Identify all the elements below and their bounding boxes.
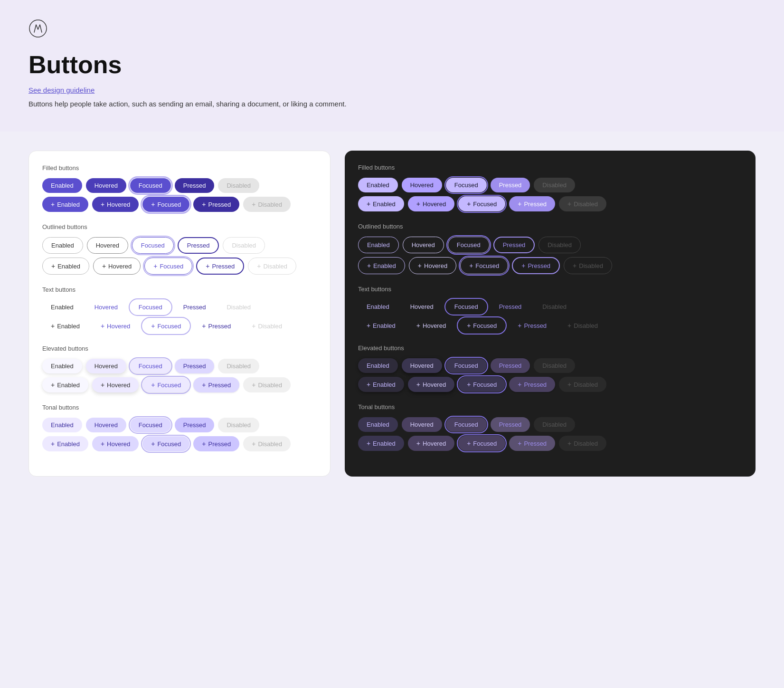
dark-tonal-icon-disabled-btn: + Disabled xyxy=(559,436,606,451)
plus-icon: + xyxy=(518,322,521,329)
light-filled-enabled-btn[interactable]: Enabled xyxy=(42,178,82,193)
dark-text-title: Text buttons xyxy=(358,286,742,293)
plus-icon: + xyxy=(202,381,206,389)
light-filled-icon-enabled-btn[interactable]: + Enabled xyxy=(42,197,88,212)
light-text-focused-btn[interactable]: Focused xyxy=(130,300,171,315)
light-text-icon-enabled-btn[interactable]: + Enabled xyxy=(42,318,88,334)
light-filled-icon-pressed-btn[interactable]: + Pressed xyxy=(193,197,239,212)
light-tonal-title: Tonal buttons xyxy=(42,404,317,411)
logo-icon xyxy=(28,19,47,38)
light-tonal-icon-enabled-btn[interactable]: + Enabled xyxy=(42,436,88,451)
light-tonal-icon-hovered-btn[interactable]: + Hovered xyxy=(92,436,139,451)
dark-outlined-enabled-btn[interactable]: Enabled xyxy=(358,237,399,253)
dark-outlined-hovered-btn[interactable]: Hovered xyxy=(403,237,444,253)
light-tonal-focused-btn[interactable]: Focused xyxy=(130,418,171,432)
light-text-icon-focused-btn[interactable]: + Focused xyxy=(142,318,189,334)
dark-tonal-icon-pressed-btn[interactable]: + Pressed xyxy=(509,436,555,451)
light-elevated-icon-enabled-btn[interactable]: + Enabled xyxy=(42,377,88,392)
light-outlined-icon-hovered-btn[interactable]: + Hovered xyxy=(93,258,141,275)
dark-elevated-group: Elevated buttons Enabled Hovered Focused… xyxy=(358,344,742,392)
light-outlined-enabled-btn[interactable]: Enabled xyxy=(42,237,83,254)
dark-text-icon-focused-btn[interactable]: + Focused xyxy=(458,318,505,333)
light-filled-pressed-btn[interactable]: Pressed xyxy=(175,178,215,193)
dark-elevated-icon-focused-btn[interactable]: + Focused xyxy=(458,377,505,392)
dark-elevated-row1: Enabled Hovered Focused Pressed Disabled xyxy=(358,358,742,373)
dark-outlined-focused-btn[interactable]: Focused xyxy=(448,237,490,253)
light-outlined-icon-focused-btn[interactable]: + Focused xyxy=(144,258,192,275)
light-outlined-pressed-btn[interactable]: Pressed xyxy=(178,237,219,254)
dark-elevated-icon-pressed-btn[interactable]: + Pressed xyxy=(509,377,555,392)
dark-elevated-pressed-btn[interactable]: Pressed xyxy=(491,358,530,373)
dark-outlined-pressed-btn[interactable]: Pressed xyxy=(493,237,535,253)
light-text-hovered-btn[interactable]: Hovered xyxy=(86,300,126,315)
light-text-icon-hovered-btn[interactable]: + Hovered xyxy=(92,318,139,334)
light-elevated-icon-focused-btn[interactable]: + Focused xyxy=(142,377,189,392)
dark-outlined-icon-enabled-btn[interactable]: + Enabled xyxy=(358,257,405,274)
light-outlined-icon-pressed-btn[interactable]: + Pressed xyxy=(196,258,244,275)
light-text-pressed-btn[interactable]: Pressed xyxy=(175,300,215,315)
light-tonal-hovered-btn[interactable]: Hovered xyxy=(86,418,126,432)
light-tonal-enabled-btn[interactable]: Enabled xyxy=(42,418,82,432)
dark-text-icon-pressed-btn[interactable]: + Pressed xyxy=(509,318,555,333)
dark-text-icon-hovered-btn[interactable]: + Hovered xyxy=(408,318,454,333)
dark-text-focused-btn[interactable]: Focused xyxy=(446,299,487,314)
light-filled-icon-hovered-btn[interactable]: + Hovered xyxy=(92,197,139,212)
dark-tonal-icon-focused-btn[interactable]: + Focused xyxy=(458,436,505,451)
dark-filled-icon-hovered-btn[interactable]: + Hovered xyxy=(408,196,454,211)
light-text-disabled-btn: Disabled xyxy=(218,300,259,315)
dark-text-enabled-btn[interactable]: Enabled xyxy=(358,299,398,314)
light-elevated-hovered-btn[interactable]: Hovered xyxy=(86,359,126,373)
dark-elevated-disabled-btn: Disabled xyxy=(534,358,575,373)
light-filled-hovered-btn[interactable]: Hovered xyxy=(86,178,126,193)
light-elevated-enabled-btn[interactable]: Enabled xyxy=(42,359,82,373)
dark-tonal-pressed-btn[interactable]: Pressed xyxy=(491,417,530,432)
dark-text-icon-enabled-btn[interactable]: + Enabled xyxy=(358,318,404,333)
dark-elevated-icon-enabled-btn[interactable]: + Enabled xyxy=(358,377,404,392)
dark-elevated-icon-hovered-btn[interactable]: + Hovered xyxy=(408,377,454,392)
light-outlined-hovered-btn[interactable]: Hovered xyxy=(87,237,128,254)
dark-elevated-focused-btn[interactable]: Focused xyxy=(446,358,487,373)
dark-tonal-enabled-btn[interactable]: Enabled xyxy=(358,417,398,432)
light-filled-disabled-btn: Disabled xyxy=(218,178,259,193)
light-outlined-focused-btn[interactable]: Focused xyxy=(132,237,174,254)
dark-elevated-hovered-btn[interactable]: Hovered xyxy=(402,358,442,373)
header-section: Buttons See design guideline Buttons hel… xyxy=(0,0,784,132)
light-elevated-focused-btn[interactable]: Focused xyxy=(130,359,171,373)
light-outlined-icon-enabled-btn[interactable]: + Enabled xyxy=(42,258,89,275)
plus-icon: + xyxy=(252,440,255,448)
dark-filled-icon-pressed-btn[interactable]: + Pressed xyxy=(509,196,555,211)
dark-tonal-focused-btn[interactable]: Focused xyxy=(446,417,487,432)
light-elevated-icon-pressed-btn[interactable]: + Pressed xyxy=(193,377,239,392)
dark-filled-enabled-btn[interactable]: Enabled xyxy=(358,178,398,192)
light-tonal-icon-focused-btn[interactable]: + Focused xyxy=(142,436,189,451)
light-filled-focused-btn[interactable]: Focused xyxy=(130,178,171,193)
dark-text-hovered-btn[interactable]: Hovered xyxy=(402,299,442,314)
design-guideline-link[interactable]: See design guideline xyxy=(28,86,756,94)
light-text-icon-pressed-btn[interactable]: + Pressed xyxy=(193,318,239,334)
plus-icon: + xyxy=(567,381,571,388)
light-tonal-row2: + Enabled + Hovered + Focused + Pressed … xyxy=(42,436,317,451)
dark-filled-focused-btn[interactable]: Focused xyxy=(446,178,487,192)
dark-outlined-icon-pressed-btn[interactable]: + Pressed xyxy=(512,257,560,274)
plus-icon: + xyxy=(367,440,370,447)
light-tonal-icon-pressed-btn[interactable]: + Pressed xyxy=(193,436,239,451)
dark-text-row2: + Enabled + Hovered + Focused + Pressed … xyxy=(358,318,742,333)
dark-filled-hovered-btn[interactable]: Hovered xyxy=(402,178,442,192)
light-tonal-pressed-btn[interactable]: Pressed xyxy=(175,418,215,432)
dark-filled-icon-enabled-btn[interactable]: + Enabled xyxy=(358,196,404,211)
dark-outlined-icon-hovered-btn[interactable]: + Hovered xyxy=(409,257,456,274)
light-text-enabled-btn[interactable]: Enabled xyxy=(42,300,82,315)
dark-tonal-icon-enabled-btn[interactable]: + Enabled xyxy=(358,436,404,451)
dark-outlined-icon-focused-btn[interactable]: + Focused xyxy=(460,257,508,274)
light-elevated-pressed-btn[interactable]: Pressed xyxy=(175,359,215,373)
light-elevated-icon-hovered-btn[interactable]: + Hovered xyxy=(92,377,139,392)
dark-elevated-enabled-btn[interactable]: Enabled xyxy=(358,358,398,373)
dark-text-pressed-btn[interactable]: Pressed xyxy=(491,299,530,314)
plus-icon: + xyxy=(567,440,571,447)
dark-filled-pressed-btn[interactable]: Pressed xyxy=(491,178,530,192)
plus-icon: + xyxy=(101,322,104,330)
dark-tonal-hovered-btn[interactable]: Hovered xyxy=(402,417,442,432)
dark-filled-icon-focused-btn[interactable]: + Focused xyxy=(458,196,505,211)
dark-tonal-icon-hovered-btn[interactable]: + Hovered xyxy=(408,436,454,451)
light-filled-icon-focused-btn[interactable]: + Focused xyxy=(142,197,189,212)
